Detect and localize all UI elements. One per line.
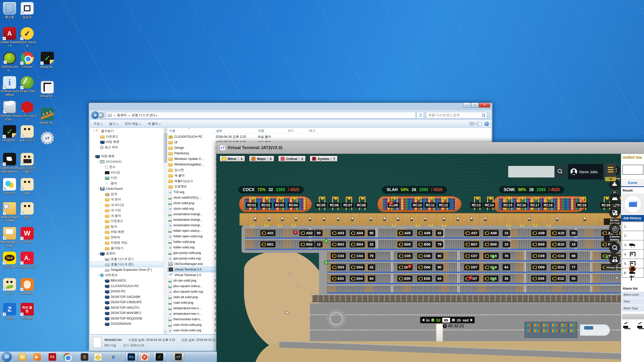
crane-label[interactable]: RC04 bbox=[288, 203, 299, 208]
map-tool-icon[interactable] bbox=[609, 193, 620, 204]
tree-item[interactable]: BBAJAE01 bbox=[90, 278, 163, 284]
tree-item[interactable]: ▾ 바탕 화면 bbox=[90, 154, 163, 159]
quay-crane[interactable]: RC17 bbox=[532, 197, 540, 229]
desktop-icon[interactable] bbox=[38, 132, 57, 145]
expander-icon[interactable]: ▾ bbox=[97, 161, 100, 163]
tree-item[interactable]: 내 문서 bbox=[90, 197, 163, 202]
crane-label[interactable]: RC07 bbox=[342, 203, 354, 208]
block-count[interactable]: 90 bbox=[436, 253, 443, 259]
desktop-icon[interactable]: 알씨 bbox=[18, 178, 37, 195]
tree-item[interactable]: ▾ 컴퓨터 bbox=[90, 251, 163, 256]
command-bar-item[interactable]: 전자 메일 bbox=[121, 122, 144, 126]
alarm-marker-icon[interactable] bbox=[293, 231, 297, 234]
tree-item[interactable]: 다운로드 bbox=[90, 134, 163, 140]
tree-item[interactable]: ▾ 즐겨찾기 bbox=[90, 128, 163, 134]
vt-search-input[interactable] bbox=[508, 166, 554, 177]
crane-label[interactable]: RC10 bbox=[412, 203, 423, 208]
block-label[interactable]: A09 bbox=[531, 230, 546, 236]
block-label[interactable]: B05 bbox=[397, 241, 413, 247]
alarm-chip[interactable]: Major 5 bbox=[249, 155, 274, 162]
scroll-up-icon[interactable]: ▲ bbox=[164, 128, 167, 132]
desktop-icon[interactable]: VirtualTer... bbox=[38, 81, 57, 98]
quay-crane[interactable]: RC15 bbox=[505, 197, 513, 229]
vessel-status-chip[interactable]: SCNK 98% 28 2393 4525 bbox=[499, 186, 564, 194]
job-history-item[interactable]: 3. bbox=[622, 240, 644, 250]
block-count[interactable]: 15 bbox=[570, 241, 577, 247]
block-count[interactable]: 42 bbox=[368, 264, 375, 270]
tree-item[interactable]: Seagate Expansion Drive (F:) bbox=[90, 267, 163, 273]
user-menu[interactable]: Steve Jobs bbox=[568, 164, 603, 179]
breadcrumb[interactable]: 컴퓨터 로컬 디스크 (D:) ▸ bbox=[106, 112, 416, 118]
alarm-chip[interactable]: Minor 3 bbox=[219, 155, 245, 162]
quay-crane[interactable]: RC06 bbox=[332, 197, 339, 229]
desktop-icon[interactable]: ASRock eXtre... bbox=[0, 52, 19, 72]
tree-item[interactable]: CLICKNTOUCH-PC bbox=[90, 283, 163, 289]
block-label[interactable]: B02 bbox=[299, 241, 314, 247]
alarm-marker-icon[interactable] bbox=[389, 201, 393, 205]
desktop-icon[interactable]: 하프클럽 bbox=[18, 303, 37, 320]
tree-item[interactable]: 최근 위치 bbox=[90, 145, 163, 150]
terminal-map[interactable]: RC01 RC02 RC03 RC04 bbox=[216, 154, 644, 362]
desktop-icon[interactable]: Adobe Reader 9 bbox=[0, 27, 19, 48]
block-label[interactable]: B06 bbox=[417, 241, 432, 247]
block-label[interactable]: A08 bbox=[484, 230, 499, 236]
forward-button[interactable]: ▶ bbox=[98, 112, 104, 118]
expander-icon[interactable]: ▾ bbox=[97, 252, 100, 255]
crane-label[interactable]: RC03 bbox=[274, 203, 285, 208]
search-box[interactable]: 로컬 디스크 (D:) 검색 bbox=[426, 112, 487, 118]
quay-crane[interactable]: RC10 bbox=[415, 197, 422, 229]
block-label[interactable]: B01 bbox=[260, 241, 275, 247]
desktop-icon[interactable]: 쇼핑줌 bbox=[0, 303, 19, 320]
vessel-status-chip[interactable]: SLAH 54% 26 2393 4525 bbox=[382, 186, 447, 194]
minimize-button[interactable]: — bbox=[463, 103, 471, 108]
block-label[interactable]: C03 bbox=[331, 253, 346, 259]
block-label[interactable]: A01 bbox=[260, 230, 275, 236]
taskbar-item[interactable] bbox=[108, 352, 119, 362]
desktop-icon[interactable]: 알씨 동영상 만들기 bbox=[18, 153, 37, 173]
desktop-icon[interactable]: 휴지통 bbox=[0, 2, 19, 19]
block-count[interactable]: 84 bbox=[436, 276, 443, 282]
taskbar-item[interactable] bbox=[1, 352, 13, 362]
expander-icon[interactable]: ▾ bbox=[92, 130, 95, 132]
tree-item[interactable]: 음악 bbox=[90, 181, 163, 186]
desktop-icon[interactable]: 옥션 바로가기 bbox=[18, 252, 37, 268]
quay-crane[interactable]: RC07 bbox=[345, 197, 353, 229]
tree-item[interactable]: 내 음악 bbox=[90, 213, 163, 219]
alarm-field-row[interactable]: Alarm Level bbox=[622, 292, 644, 298]
block-label[interactable]: D06 bbox=[417, 264, 432, 270]
tree-item[interactable]: DESKTOP-REQGSNE bbox=[90, 316, 163, 321]
crane-label[interactable]: RC12 bbox=[438, 203, 449, 208]
quay-crane[interactable]: RC01 bbox=[249, 197, 257, 229]
block-label[interactable]: A07 bbox=[464, 230, 479, 236]
crane-label[interactable]: RC08 bbox=[355, 203, 367, 208]
search-icon[interactable] bbox=[482, 114, 485, 117]
quay-crane[interactable]: RC12 bbox=[441, 197, 448, 229]
breadcrumb-item[interactable]: 로컬 디스크 (D:) bbox=[128, 113, 156, 117]
tree-item[interactable]: DUGONGNAS bbox=[90, 321, 163, 327]
block-label[interactable]: E05 bbox=[397, 276, 412, 282]
alarm-marker-icon[interactable] bbox=[468, 276, 472, 280]
taskbar-item[interactable] bbox=[121, 352, 122, 361]
quay-crane[interactable]: RC14 bbox=[487, 197, 494, 229]
desktop-icon[interactable]: XFast USB bbox=[18, 76, 37, 93]
desktop-icon[interactable]: 알집 bbox=[18, 202, 37, 219]
vt-search-box[interactable] bbox=[508, 166, 566, 177]
desktop-icon[interactable]: Gorealra bbox=[18, 278, 37, 295]
block-label[interactable]: C06 bbox=[417, 253, 432, 259]
vessel-status-chip[interactable]: COCX 72% 32 2393 4525 bbox=[238, 186, 304, 194]
block-label[interactable]: B04 bbox=[350, 241, 365, 247]
crane-label[interactable]: RC01 bbox=[246, 203, 258, 208]
block-label[interactable]: D04 bbox=[350, 264, 365, 270]
crane-label[interactable]: RC14 bbox=[484, 203, 495, 208]
tree-item[interactable]: ▾ ClicknTouch bbox=[90, 186, 163, 192]
tree-item[interactable]: 다운로드 bbox=[90, 218, 163, 224]
alarm-chip[interactable]: Critical 3 bbox=[278, 155, 306, 162]
crane-label[interactable]: RC15 bbox=[502, 203, 514, 208]
taskbar-item[interactable] bbox=[153, 352, 166, 362]
desktop-icon[interactable]: CyberLink MediaEspresso bbox=[0, 153, 19, 173]
alarm-marker-icon[interactable] bbox=[408, 265, 412, 268]
map-tool-icon[interactable] bbox=[609, 207, 620, 218]
scrollbar-thumb[interactable] bbox=[164, 133, 167, 163]
tree-item[interactable]: 내 사진 bbox=[90, 208, 163, 213]
block-count[interactable]: 50 bbox=[570, 276, 577, 282]
